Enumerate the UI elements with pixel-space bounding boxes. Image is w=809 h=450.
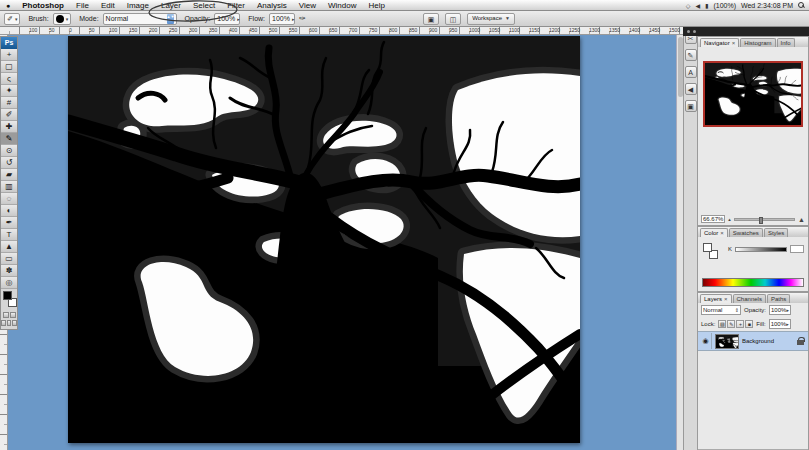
menu-view[interactable]: View [293,1,322,10]
popup-arrow-icon: ▸ [786,321,789,327]
layers-opacity-field[interactable]: 100% ▸ [769,305,791,315]
mask-mode-buttons [1,311,17,319]
lock-all-icon[interactable]: ■ [745,320,753,328]
foreground-color-swatch[interactable] [3,291,12,300]
visibility-eye-icon[interactable]: ◉ [700,333,712,349]
screen-mode-button[interactable] [12,320,17,326]
zoom-out-icon[interactable]: ▴ [728,216,731,222]
menu-image[interactable]: Image [121,1,155,10]
menu-select[interactable]: Select [187,1,221,10]
lock-position-icon[interactable]: + [736,320,744,328]
workspace-button[interactable]: Workspace ▼ [467,13,515,25]
menu-help[interactable]: Help [362,1,390,10]
lock-transparency-icon[interactable]: ▨ [718,320,726,328]
navigator-thumbnail[interactable] [703,61,803,127]
healing-brush-tool[interactable]: ✚ [1,121,17,133]
workspace-label: Workspace [472,13,502,24]
tab-close-icon[interactable]: × [732,40,736,46]
color-spectrum-ramp[interactable] [702,278,804,287]
shape-tool[interactable]: ▭ [1,253,17,265]
lasso-tool[interactable]: ς [1,73,17,85]
menu-edit[interactable]: Edit [95,1,121,10]
clone-stamp-tool[interactable]: ⊙ [1,145,17,157]
brush-preview-icon [56,15,64,23]
dodge-tool[interactable]: ◐ [1,205,17,217]
k-value-field[interactable] [790,245,804,253]
layer-thumbnail[interactable] [715,334,739,349]
bridge-button[interactable]: ◫ [445,13,461,25]
menu-filter[interactable]: Filter [221,1,251,10]
magic-wand-tool[interactable]: ✦ [1,85,17,97]
ruler-label: 650 [329,27,337,33]
pen-tool[interactable]: ✒ [1,217,17,229]
fill-field[interactable]: 100% ▸ [769,319,791,329]
tab-swatches[interactable]: Swatches [729,228,763,237]
brush-preset-picker[interactable]: ▾ [53,13,72,25]
document-scrollbar[interactable] [676,35,683,450]
gradient-tool[interactable]: ▥ [1,181,17,193]
menu-file[interactable]: File [70,1,95,10]
audio-annotation-icon[interactable]: ◀ [685,83,697,95]
hand-tool[interactable]: ✽ [1,265,17,277]
screen-mode-button[interactable] [1,320,6,326]
palette-well-button[interactable]: ▣ [423,13,439,25]
tab-histogram[interactable]: Histogram [740,38,775,47]
layer-comps-icon[interactable]: ▣ [685,100,697,112]
menubar-clock[interactable]: Wed 2:34:08 PM [741,2,793,9]
zoom-in-icon[interactable]: ▲ [798,216,805,223]
character-panel-icon[interactable]: A [685,66,697,78]
screen-mode-button[interactable] [7,320,12,326]
brush-tool[interactable]: ✎ [1,133,17,145]
eyedropper-tool[interactable]: ✐ [1,109,17,121]
foreground-color-swatch[interactable] [703,243,712,252]
tab-channels[interactable]: Channels [733,294,766,303]
menu-window[interactable]: Window [322,1,362,10]
standard-mode-button[interactable] [3,312,9,318]
display-icon[interactable]: ◇ [686,2,691,9]
type-tool[interactable]: T [1,229,17,241]
zoom-tool[interactable]: ◎ [1,277,17,289]
marquee-tool[interactable]: ▢ [1,61,17,73]
slider-knob[interactable] [759,217,763,224]
tool-preset-picker[interactable]: ✐ ▾ [4,13,20,25]
navigator-zoom-slider[interactable] [734,218,795,221]
quick-mask-button[interactable] [10,312,16,318]
tab-info[interactable]: Info [777,38,795,47]
window-dot-icon [687,30,690,33]
battery-icon[interactable]: ▮ [705,2,708,9]
horizontal-ruler[interactable]: 1005005010015020025030035040045050055060… [0,27,683,35]
tab-paths[interactable]: Paths [767,294,790,303]
layer-name: Background [742,338,794,344]
volume-icon[interactable]: ◀ [695,2,700,9]
layer-row-background[interactable]: ◉ Background [698,331,808,351]
move-tool[interactable]: + [1,49,17,61]
opacity-field[interactable]: 100% ▸ [214,13,240,25]
tab-color[interactable]: Color× [700,228,728,237]
path-selection-tool[interactable]: ▲ [1,241,17,253]
brush-presets-icon[interactable]: ✎ [685,49,697,61]
blur-tool[interactable]: ◌ [1,193,17,205]
eraser-tool[interactable]: ▰ [1,169,17,181]
apple-icon[interactable]: ● [6,2,10,9]
history-brush-tool[interactable]: ↺ [1,157,17,169]
spotlight-icon[interactable] [798,2,805,9]
menu-photoshop[interactable]: Photoshop [16,1,70,10]
flow-field[interactable]: 100% ▸ [269,13,295,25]
fill-value: 100% [771,321,786,327]
k-gradient-slider[interactable] [735,247,787,252]
tab-layers[interactable]: Layers× [700,294,732,303]
lock-pixels-icon[interactable]: ✎ [727,320,735,328]
tab-close-icon[interactable]: × [724,296,728,302]
canvas[interactable] [68,36,580,443]
tab-close-icon[interactable]: × [720,230,724,236]
navigator-zoom-field[interactable]: 66.67% [701,215,725,223]
crop-tool[interactable]: # [1,97,17,109]
blend-mode-select[interactable]: Normal ⇕ [701,305,741,315]
mode-select[interactable]: Normal ▲▼ [103,13,177,25]
menu-layer[interactable]: Layer [155,1,187,10]
tab-navigator[interactable]: Navigator× [700,38,739,47]
navigator-panel: Navigator×HistogramInfo 66.67% ▴ ▲ [697,36,809,226]
tab-styles[interactable]: Styles [764,228,788,237]
airbrush-toggle-icon[interactable]: ✑ [299,14,306,23]
menu-analysis[interactable]: Analysis [251,1,293,10]
